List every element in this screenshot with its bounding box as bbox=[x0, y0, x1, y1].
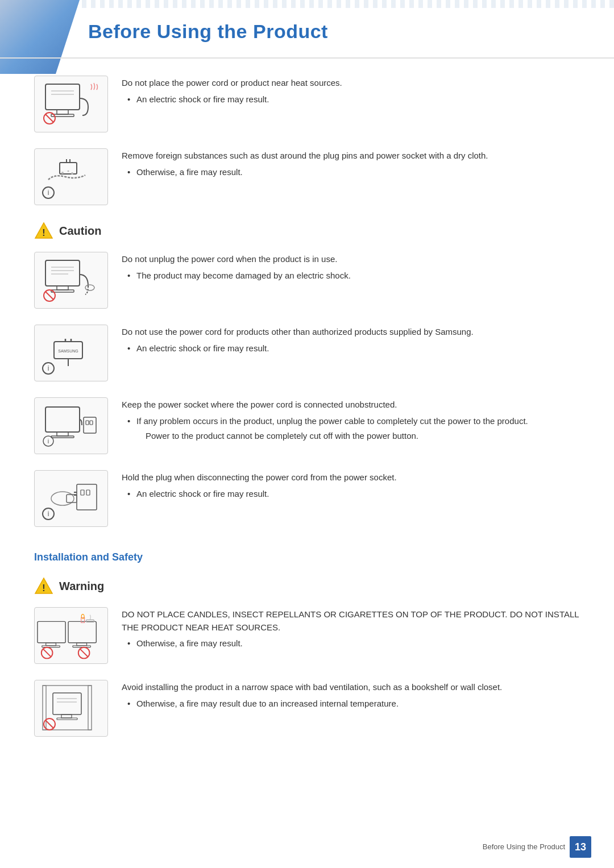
illustration-dust-plug: i bbox=[34, 148, 108, 205]
item-main-text: Remove foreign substances such as dust a… bbox=[122, 149, 580, 163]
item-main-text: Do not place the power cord or product n… bbox=[122, 77, 580, 90]
item-bullet: Otherwise, a fire may result. bbox=[127, 166, 580, 179]
svg-rect-17 bbox=[45, 260, 80, 286]
illustration-narrow-space bbox=[34, 680, 108, 737]
illustration-hold-plug: i bbox=[34, 470, 108, 527]
item-main-text: Avoid installing the product in a narrow… bbox=[122, 681, 580, 694]
caution-label: Caution bbox=[59, 222, 101, 239]
svg-rect-66 bbox=[88, 686, 92, 730]
svg-rect-55 bbox=[68, 621, 96, 642]
item-bullet: An electric shock or fire may result. bbox=[127, 488, 580, 501]
svg-text:i: i bbox=[48, 510, 49, 518]
svg-text:i: i bbox=[48, 189, 49, 197]
svg-rect-0 bbox=[45, 84, 80, 110]
item-main-text: Do not unplug the power cord when the pr… bbox=[122, 253, 580, 266]
svg-rect-45 bbox=[67, 495, 77, 502]
svg-rect-34 bbox=[57, 432, 68, 436]
item-text-narrow-space: Avoid installing the product in a narrow… bbox=[122, 680, 580, 712]
list-item: SAMSUNG i Do not use the power cord for … bbox=[34, 325, 580, 381]
svg-text:!: ! bbox=[42, 228, 45, 238]
page-header: Before Using the Product bbox=[0, 0, 614, 59]
list-item: i Remove foreign substances such as dust… bbox=[34, 148, 580, 205]
page-footer: Before Using the Product 13 bbox=[483, 836, 591, 858]
svg-line-6 bbox=[45, 114, 53, 122]
list-item: Do not place the power cord or product n… bbox=[34, 76, 580, 132]
item-text-heat-cord: Do not place the power cord or product n… bbox=[122, 76, 580, 108]
svg-line-25 bbox=[45, 292, 53, 300]
svg-text:SAMSUNG: SAMSUNG bbox=[58, 349, 78, 353]
svg-rect-71 bbox=[57, 718, 77, 720]
list-item: DO NOT PLACE CANDLES, INSECT REPELLANTS … bbox=[34, 607, 580, 664]
illustration-socket-clear: i bbox=[34, 397, 108, 454]
svg-rect-33 bbox=[45, 407, 80, 432]
item-text-dust-plug: Remove foreign substances such as dust a… bbox=[122, 148, 580, 181]
svg-rect-36 bbox=[84, 417, 96, 433]
svg-rect-37 bbox=[86, 421, 89, 425]
content-area: Do not place the power cord or product n… bbox=[0, 76, 614, 787]
caution-header: ! Caution bbox=[34, 221, 580, 240]
item-bullet: Otherwise, a fire may result. bbox=[127, 637, 580, 650]
svg-rect-43 bbox=[86, 490, 90, 495]
item-bullet: Otherwise, a fire may result due to an i… bbox=[127, 697, 580, 711]
svg-rect-35 bbox=[51, 436, 74, 438]
svg-rect-57 bbox=[73, 646, 91, 647]
item-text-samsung-only: Do not use the power cord for products o… bbox=[122, 325, 580, 357]
caution-triangle-icon: ! bbox=[34, 221, 53, 240]
svg-point-59 bbox=[81, 614, 84, 619]
item-main-text: Do not use the power cord for products o… bbox=[122, 326, 580, 339]
item-main-text: Keep the power socket where the power co… bbox=[122, 398, 580, 412]
svg-text:i: i bbox=[48, 438, 49, 445]
list-item: i Hold the plug when disconnecting the p… bbox=[34, 470, 580, 527]
svg-text:!: ! bbox=[42, 583, 45, 593]
svg-rect-42 bbox=[81, 490, 84, 495]
svg-line-75 bbox=[45, 720, 53, 728]
svg-text:i: i bbox=[48, 364, 49, 372]
svg-rect-52 bbox=[38, 621, 65, 642]
svg-rect-19 bbox=[51, 290, 74, 292]
warning-triangle-icon: ! bbox=[34, 576, 53, 596]
svg-point-10 bbox=[61, 172, 64, 174]
warning-label: Warning bbox=[59, 578, 104, 595]
item-bullet: If any problem occurs in the product, un… bbox=[127, 415, 580, 428]
list-item: Do not unplug the power cord when the pr… bbox=[34, 252, 580, 309]
item-text-unplug-inuse: Do not unplug the power cord when the pr… bbox=[122, 252, 580, 284]
item-bullet: An electric shock or fire may result. bbox=[127, 342, 580, 355]
svg-line-64 bbox=[80, 649, 88, 657]
warning-header: ! Warning bbox=[34, 576, 580, 596]
svg-rect-70 bbox=[61, 715, 72, 718]
svg-point-23 bbox=[85, 285, 94, 290]
footer-section-name: Before Using the Product bbox=[483, 841, 565, 853]
illustration-candles-top bbox=[34, 607, 108, 664]
item-bullet: The product may become damaged by an ele… bbox=[127, 269, 580, 283]
svg-rect-54 bbox=[42, 646, 60, 647]
list-item: i Keep the power socket where the power … bbox=[34, 397, 580, 454]
item-main-text: Hold the plug when disconnecting the pow… bbox=[122, 471, 580, 484]
installation-safety-heading: Installation and Safety bbox=[34, 544, 580, 565]
page-number: 13 bbox=[570, 836, 591, 858]
svg-rect-69 bbox=[53, 693, 81, 715]
svg-point-12 bbox=[71, 172, 73, 175]
item-text-hold-plug: Hold the plug when disconnecting the pow… bbox=[122, 470, 580, 502]
item-sub-bullet: Power to the product cannot be completel… bbox=[127, 430, 580, 443]
illustration-unplug-inuse bbox=[34, 252, 108, 309]
item-text-candles-top: DO NOT PLACE CANDLES, INSECT REPELLANTS … bbox=[122, 607, 580, 653]
svg-rect-41 bbox=[77, 484, 97, 510]
item-main-text: DO NOT PLACE CANDLES, INSECT REPELLANTS … bbox=[122, 608, 580, 634]
svg-point-11 bbox=[68, 171, 69, 172]
svg-line-62 bbox=[43, 649, 51, 657]
illustration-samsung-only: SAMSUNG i bbox=[34, 325, 108, 381]
svg-rect-1 bbox=[57, 110, 68, 114]
svg-rect-38 bbox=[90, 421, 93, 425]
item-text-socket-clear: Keep the power socket where the power co… bbox=[122, 397, 580, 445]
list-item: Avoid installing the product in a narrow… bbox=[34, 680, 580, 737]
svg-rect-18 bbox=[57, 286, 68, 290]
page-title: Before Using the Product bbox=[88, 17, 580, 46]
illustration-heat-cord bbox=[34, 76, 108, 132]
item-bullet: An electric shock or fire may result. bbox=[127, 93, 580, 106]
svg-point-44 bbox=[51, 492, 74, 505]
